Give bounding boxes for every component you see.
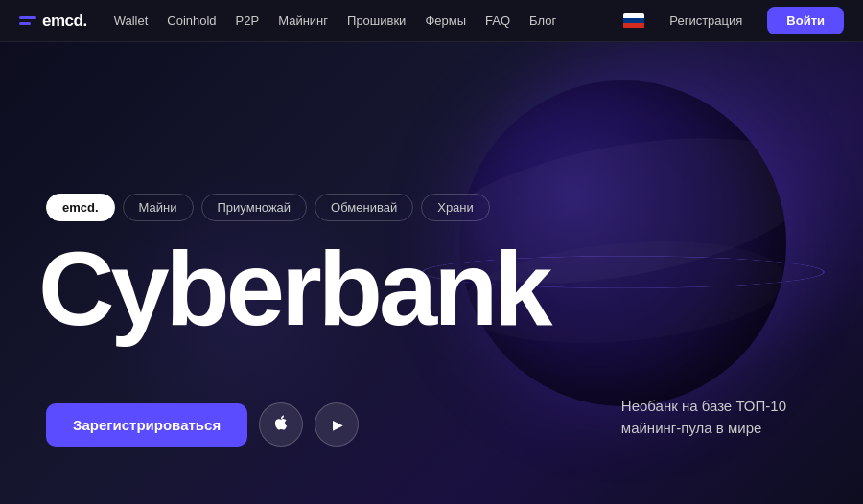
logo[interactable]: emcd. <box>19 11 87 31</box>
hero-tag-2[interactable]: Приумножай <box>201 194 308 221</box>
tags-row: emcd.МайниПриумножайОбменивайХрани <box>46 194 490 221</box>
nav-link-farms[interactable]: Фермы <box>425 13 466 28</box>
cta-row: Зарегистрироваться ▶ <box>46 402 359 447</box>
login-button[interactable]: Войти <box>767 7 844 34</box>
navbar: emcd. WalletCoinholdP2PМайнингПрошивкиФе… <box>0 0 863 42</box>
nav-link-p2p[interactable]: P2P <box>236 13 260 28</box>
language-flag[interactable] <box>623 13 644 29</box>
nav-link-firmware[interactable]: Прошивки <box>347 13 406 28</box>
apple-icon <box>272 414 290 436</box>
nav-right: Регистрация Войти <box>623 7 844 34</box>
nav-link-mining[interactable]: Майнинг <box>278 13 328 28</box>
apple-store-button[interactable] <box>259 402 303 447</box>
nav-link-wallet[interactable]: Wallet <box>114 13 149 28</box>
logo-text: emcd. <box>42 11 87 31</box>
nav-link-coinhold[interactable]: Coinhold <box>167 13 216 28</box>
hero-tag-0[interactable]: emcd. <box>46 194 115 221</box>
register-button[interactable]: Регистрация <box>654 8 758 34</box>
google-play-button[interactable]: ▶ <box>315 402 359 447</box>
nav-link-faq[interactable]: FAQ <box>485 13 510 28</box>
hero-heading: Cyberbank <box>38 236 549 341</box>
nav-links: WalletCoinholdP2PМайнингПрошивкиФермыFAQ… <box>114 13 624 28</box>
hero-section: emcd.МайниПриумножайОбменивайХрани Cyber… <box>0 42 863 504</box>
logo-icon <box>19 16 36 25</box>
hero-subtitle: Необанк на базе ТОП-10 майнинг-пула в ми… <box>621 396 786 439</box>
hero-tag-3[interactable]: Обменивай <box>315 194 413 221</box>
hero-tag-4[interactable]: Храни <box>421 194 490 221</box>
nav-link-blog[interactable]: Блог <box>529 13 556 28</box>
register-main-button[interactable]: Зарегистрироваться <box>46 403 247 447</box>
android-icon: ▶ <box>333 417 343 432</box>
hero-tag-1[interactable]: Майни <box>123 194 194 221</box>
